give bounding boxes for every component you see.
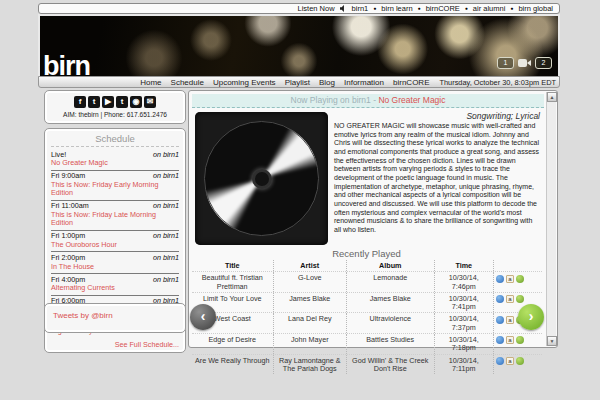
- nav-item-information[interactable]: Information: [344, 78, 384, 87]
- song-time: 10/30/14, 7:46pm: [434, 272, 494, 292]
- nav-item-blog[interactable]: Blog: [319, 78, 335, 87]
- song-artist: Lana Del Rey: [273, 313, 347, 333]
- nav-item-schedule[interactable]: Schedule: [171, 78, 204, 87]
- current-datetime: Thursday, October 30, 8:03pm EDT: [439, 78, 556, 87]
- itunes-icon[interactable]: [496, 275, 504, 283]
- itunes-icon[interactable]: [496, 336, 504, 344]
- schedule-entry: Fri 2:00pmon birn1In The House: [51, 252, 179, 274]
- cam-2-button[interactable]: 2: [535, 57, 552, 69]
- show-description: NO GREATER MAGIC will showcase music wit…: [334, 122, 540, 235]
- table-row: Limit To Your LoveJames BlakeJames Blake…: [192, 292, 542, 313]
- header-banner: birn 1 2: [38, 14, 560, 76]
- previous-arrow-button[interactable]: ‹: [190, 304, 216, 330]
- schedule-title: Schedule: [51, 133, 179, 147]
- amazon-icon[interactable]: a: [506, 336, 514, 344]
- nav-item-home[interactable]: Home: [140, 78, 161, 87]
- main-nav: HomeScheduleUpcoming EventsPlaylistBlogI…: [38, 76, 560, 88]
- song-links: a: [493, 355, 542, 375]
- now-playing-prefix: Now Playing on birn1 -: [291, 95, 379, 105]
- schedule-entry: Fri 4:00pmon birn1Alternating Currents: [51, 274, 179, 296]
- column-header-title: Title: [192, 260, 273, 271]
- table-header-row: TitleArtistAlbumTime: [192, 260, 542, 271]
- song-time: 10/30/14, 7:18pm: [434, 334, 494, 354]
- scroll-up-button[interactable]: ▲: [547, 92, 557, 102]
- nav-items: HomeScheduleUpcoming EventsPlaylistBlogI…: [140, 78, 429, 87]
- song-title: Edge of Desire: [192, 334, 273, 354]
- schedule-station: on birn1: [153, 202, 179, 211]
- spotify-icon[interactable]: [516, 357, 524, 365]
- itunes-icon[interactable]: [496, 316, 504, 324]
- station-link-air-alumni[interactable]: air alumni: [473, 4, 506, 13]
- bullet-separator: ●: [373, 6, 376, 11]
- amazon-icon[interactable]: a: [506, 316, 514, 324]
- schedule-show-link[interactable]: In The House: [51, 263, 179, 271]
- station-links: birn1●birn learn●birnCORE●air alumni●bir…: [352, 4, 553, 13]
- cam-1-button[interactable]: 1: [497, 57, 514, 69]
- instagram-icon[interactable]: ◉: [130, 96, 142, 108]
- page: Listen Now birn1●birn learn●birnCORE●air…: [0, 0, 600, 400]
- bullet-separator: ●: [510, 6, 513, 11]
- email-icon[interactable]: ✉: [144, 96, 156, 108]
- listen-now-link[interactable]: Listen Now: [297, 4, 334, 13]
- spotify-icon[interactable]: [516, 295, 524, 303]
- spotify-icon[interactable]: [516, 336, 524, 344]
- song-time: 10/30/14, 7:37pm: [434, 313, 494, 333]
- nav-item-upcoming-events[interactable]: Upcoming Events: [213, 78, 276, 87]
- tweets-by-birn-link[interactable]: Tweets by @birn: [53, 311, 113, 320]
- schedule-station: on birn1: [153, 151, 179, 160]
- column-header-artist: Artist: [273, 260, 347, 271]
- spotify-icon[interactable]: [516, 275, 524, 283]
- itunes-icon[interactable]: [496, 295, 504, 303]
- twitter-icon[interactable]: t: [88, 96, 100, 108]
- schedule-show-link[interactable]: This is Now: Friday Early Morning Editio…: [51, 181, 179, 198]
- video-camera-icon: [518, 59, 531, 67]
- song-artist: Ray Lamontagne & The Pariah Dogs: [273, 355, 347, 375]
- song-title: Are We Really Through: [192, 355, 273, 375]
- vertical-scrollbar[interactable]: ▲ ▼: [546, 92, 556, 346]
- bullet-separator: ●: [418, 6, 421, 11]
- social-box: ft▶t◉✉ AIM: thebirn | Phone: 617.651.247…: [44, 90, 186, 124]
- station-link-birn1[interactable]: birn1: [352, 4, 369, 13]
- schedule-entry: Fri 11:00amon birn1This is Now: Friday L…: [51, 201, 179, 231]
- amazon-icon[interactable]: a: [506, 295, 514, 303]
- speaker-icon: [340, 5, 347, 12]
- now-playing-show-link[interactable]: No Greater Magic: [378, 95, 445, 105]
- contact-info: AIM: thebirn | Phone: 617.651.2476: [45, 111, 185, 118]
- column-header-links: [493, 260, 542, 271]
- station-link-birn-learn[interactable]: birn learn: [381, 4, 412, 13]
- youtube-icon[interactable]: ▶: [102, 96, 114, 108]
- song-album: Lemonade: [346, 272, 434, 292]
- schedule-station: on birn1: [153, 232, 179, 241]
- song-album: Ultraviolence: [346, 313, 434, 333]
- schedule-entry: Fri 9:00amon birn1This is Now: Friday Ea…: [51, 171, 179, 201]
- schedule-show-link[interactable]: Alternating Currents: [51, 284, 179, 292]
- now-playing-bar: Now Playing on birn1 - No Greater Magic: [192, 94, 544, 108]
- recently-played-title: Recently Played: [189, 248, 544, 259]
- next-arrow-button[interactable]: ›: [518, 304, 544, 330]
- see-full-schedule-link[interactable]: See Full Schedule...: [51, 338, 179, 349]
- song-artist: John Mayer: [273, 334, 347, 354]
- station-link-birncore[interactable]: birnCORE: [426, 4, 460, 13]
- amazon-icon[interactable]: a: [506, 275, 514, 283]
- schedule-entry: Live!on birn1No Greater Magic: [51, 149, 179, 171]
- amazon-icon[interactable]: a: [506, 357, 514, 365]
- social-icons: ft▶t◉✉: [45, 96, 185, 108]
- table-row: Edge of DesireJohn MayerBattles Studies1…: [192, 333, 542, 354]
- song-time: 10/30/14, 7:41pm: [434, 293, 494, 313]
- schedule-station: on birn1: [153, 254, 179, 263]
- tweets-box: Tweets by @birn: [44, 303, 186, 333]
- scroll-down-button[interactable]: ▼: [547, 336, 557, 346]
- tumblr-icon[interactable]: t: [116, 96, 128, 108]
- schedule-show-link[interactable]: No Greater Magic: [51, 159, 179, 167]
- main-panel: Now Playing on birn1 - No Greater Magic …: [188, 90, 558, 348]
- song-artist: James Blake: [273, 293, 347, 313]
- nav-item-birncore[interactable]: birnCORE: [393, 78, 429, 87]
- song-album: Battles Studies: [346, 334, 434, 354]
- nav-item-playlist[interactable]: Playlist: [285, 78, 310, 87]
- facebook-icon[interactable]: f: [74, 96, 86, 108]
- itunes-icon[interactable]: [496, 357, 504, 365]
- schedule-show-link[interactable]: This is Now: Friday Late Morning Edition: [51, 211, 179, 228]
- schedule-show-link[interactable]: The Ouroboros Hour: [51, 241, 179, 249]
- table-row: Are We Really ThroughRay Lamontagne & Th…: [192, 354, 542, 375]
- station-link-birn-global[interactable]: birn global: [518, 4, 553, 13]
